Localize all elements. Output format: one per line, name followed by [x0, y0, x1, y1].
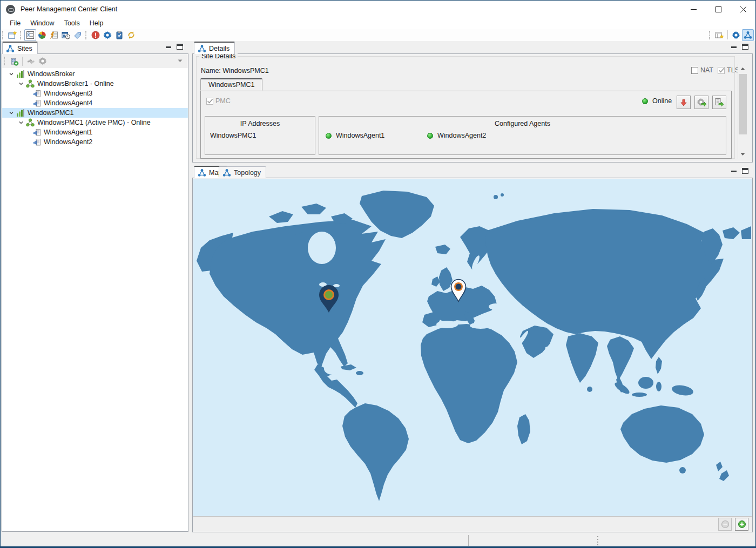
zoom-in-button[interactable]: [735, 518, 748, 531]
tree-item-selected[interactable]: WindowsPMC1: [2, 108, 188, 118]
map-panel: Map Topology: [192, 166, 753, 532]
chevron-down-icon[interactable]: [16, 120, 26, 125]
menu-help[interactable]: Help: [85, 18, 109, 28]
stop-pmc-button[interactable]: [677, 96, 691, 109]
tree-item-label: WindowsAgent4: [44, 99, 92, 107]
reconnect-agents-button: [25, 55, 37, 67]
chevron-down-icon[interactable]: [6, 71, 16, 77]
world-map[interactable]: [193, 179, 752, 516]
tree-item-label: WindowsAgent2: [44, 138, 92, 146]
toolbar-drag-handle[interactable]: [709, 31, 711, 39]
window-minimize-button[interactable]: [681, 1, 706, 18]
main-toolbar: [1, 29, 755, 41]
scroll-up-button[interactable]: [738, 64, 747, 73]
tab-sites[interactable]: Sites: [2, 42, 38, 54]
dashboard-button[interactable]: [36, 29, 48, 41]
toolbar-drag-handle[interactable]: [2, 31, 4, 39]
app-icon: [6, 5, 15, 14]
dashboard-icon: [38, 31, 46, 39]
sites-toolbar: [2, 54, 188, 68]
tree-item[interactable]: WindowsAgent1: [2, 127, 188, 137]
minimize-view-button[interactable]: [731, 44, 737, 49]
broker-icon: [26, 118, 35, 127]
toolbar-drag-handle[interactable]: [85, 31, 87, 39]
nat-checkbox[interactable]: [691, 67, 698, 74]
tab-details[interactable]: Details: [194, 42, 235, 54]
broker-icon: [26, 79, 35, 88]
site-name-label: Name: WindowsPMC1: [201, 67, 269, 75]
settings-button[interactable]: [102, 29, 113, 41]
new-site-button[interactable]: [6, 29, 18, 41]
minimize-view-button[interactable]: [166, 44, 171, 49]
status-bar: [1, 534, 755, 547]
statusbar-separator: [468, 535, 469, 546]
details-scrollbar[interactable]: [738, 64, 747, 159]
agent-status-item: WindowsAgent2: [427, 132, 486, 139]
chevron-down-icon[interactable]: [16, 81, 26, 86]
tree-item[interactable]: WindowsBroker1 - Online: [2, 79, 188, 89]
tree-item[interactable]: WindowsAgent3: [2, 89, 188, 98]
view-menu-button[interactable]: [176, 57, 184, 65]
export-configuration-button[interactable]: [712, 96, 726, 109]
tree-item[interactable]: WindowsPMC1 (Active PMC) - Online: [2, 118, 188, 127]
map-footer: [193, 516, 752, 531]
tab-details-label: Details: [209, 45, 230, 52]
open-perspective-button[interactable]: [713, 29, 725, 41]
gear-green-arrow-icon: [697, 98, 706, 107]
management-perspective-button[interactable]: [742, 29, 754, 41]
north-america-site-marker[interactable]: [319, 285, 339, 314]
refresh-button[interactable]: [125, 29, 137, 41]
statusbar-splitter[interactable]: [597, 536, 598, 545]
agent-name: WindowsAgent1: [336, 132, 384, 139]
site-settings-button: [37, 55, 49, 67]
perspective-settings-button[interactable]: [730, 29, 742, 41]
reconnect-agents-icon: [26, 57, 35, 65]
jobs-button[interactable]: [113, 29, 125, 41]
chevron-down-icon[interactable]: [6, 110, 16, 116]
europe-site-marker[interactable]: [450, 279, 467, 302]
details-tabbar: Details: [192, 42, 753, 53]
window-maximize-button[interactable]: [706, 1, 731, 18]
tree-item[interactable]: WindowsBroker: [2, 69, 188, 79]
tls-checkbox: [718, 67, 725, 74]
scroll-down-button[interactable]: [738, 150, 747, 159]
agent-summary-icon: [50, 31, 58, 39]
toolbar-drag-handle[interactable]: [4, 57, 6, 65]
alerts-button[interactable]: [90, 29, 102, 41]
menu-window[interactable]: Window: [25, 18, 59, 28]
configured-agents-title: Configured Agents: [319, 117, 726, 127]
scrollbar-thumb[interactable]: [739, 74, 747, 134]
agent-icon: [32, 89, 41, 98]
scheduled-tasks-button[interactable]: [60, 29, 72, 41]
minimize-icon: [691, 6, 697, 12]
tags-button[interactable]: [72, 29, 84, 41]
add-site-button[interactable]: [8, 55, 20, 67]
configured-agents-group: Configured Agents WindowsAgent1 WindowsA…: [319, 116, 726, 155]
site-tab-content: PMC Online: [200, 91, 732, 159]
maximize-view-button[interactable]: [742, 44, 748, 50]
tree-item[interactable]: WindowsAgent2: [2, 137, 188, 147]
tab-topology[interactable]: Topology: [219, 166, 266, 178]
preferences-form-icon: [26, 31, 35, 39]
network-icon: [198, 44, 206, 53]
maximize-view-button[interactable]: [177, 44, 183, 50]
status-online-icon: [326, 133, 332, 139]
site-icon: [16, 70, 25, 78]
minimize-view-button[interactable]: [731, 168, 737, 173]
menu-file[interactable]: File: [5, 18, 25, 28]
window-close-button[interactable]: [731, 1, 755, 18]
restart-services-button[interactable]: [694, 96, 708, 109]
sites-tree: WindowsBroker WindowsBroker1 - Online Wi…: [2, 68, 188, 531]
tab-site-windowspmc1[interactable]: WindowsPMC1: [200, 78, 262, 91]
tab-topology-label: Topology: [234, 169, 261, 177]
agent-summary-button[interactable]: [48, 29, 60, 41]
menu-tools[interactable]: Tools: [59, 18, 85, 28]
toolbar-drag-handle[interactable]: [20, 31, 22, 39]
preferences-form-button[interactable]: [24, 29, 36, 41]
network-icon: [222, 168, 231, 177]
maximize-view-button[interactable]: [742, 168, 748, 174]
world-map-svg: [193, 179, 752, 516]
sites-panel: Sites: [2, 42, 188, 532]
tree-item[interactable]: WindowsAgent4: [2, 98, 188, 108]
zoom-in-icon: [738, 520, 746, 529]
